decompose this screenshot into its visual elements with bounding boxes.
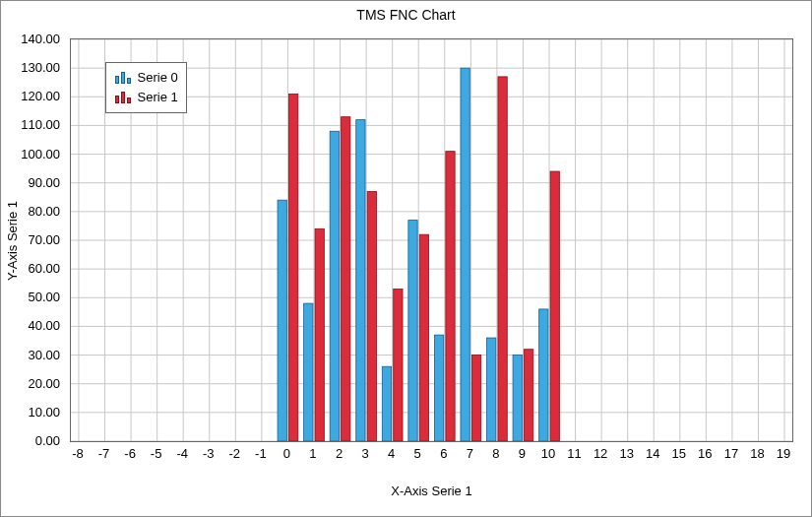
y-tick: 10.00 bbox=[28, 404, 60, 419]
y-tick: 70.00 bbox=[28, 232, 60, 247]
y-tick: 50.00 bbox=[28, 290, 60, 304]
bar-serie1-x6[interactable] bbox=[446, 152, 455, 441]
x-tick: 2 bbox=[336, 446, 343, 461]
bar-serie0-x3[interactable] bbox=[356, 120, 365, 441]
bar-serie0-x5[interactable] bbox=[408, 221, 417, 441]
bar-serie0-x6[interactable] bbox=[434, 335, 443, 441]
y-tick: 100.00 bbox=[21, 146, 60, 161]
bar-serie1-x3[interactable] bbox=[367, 191, 376, 441]
bar-icon bbox=[114, 72, 132, 84]
x-tick: 3 bbox=[361, 446, 368, 461]
x-tick: -4 bbox=[176, 446, 188, 461]
plot-area: Serie 0Serie 1 bbox=[70, 38, 793, 442]
x-tick: 16 bbox=[698, 446, 712, 461]
y-tick: 40.00 bbox=[28, 318, 60, 333]
bar-serie1-x4[interactable] bbox=[394, 290, 403, 441]
legend-item-serie0[interactable]: Serie 0 bbox=[114, 68, 178, 88]
x-tick: 12 bbox=[593, 446, 607, 461]
x-tick: -2 bbox=[229, 446, 241, 461]
y-tick: 60.00 bbox=[28, 261, 60, 276]
x-tick: 11 bbox=[567, 446, 581, 461]
x-tick: -6 bbox=[124, 446, 136, 461]
bar-serie0-x10[interactable] bbox=[539, 309, 548, 441]
chart-panel: TMS FNC Chart Y-Axis Serie 1 0.0010.0020… bbox=[0, 0, 812, 517]
chart-title: TMS FNC Chart bbox=[1, 7, 811, 23]
x-tick: 7 bbox=[467, 446, 473, 461]
x-tick: 14 bbox=[646, 446, 659, 461]
bar-serie1-x10[interactable] bbox=[550, 171, 559, 441]
bar-serie1-x8[interactable] bbox=[498, 77, 507, 441]
x-tick: -1 bbox=[255, 446, 267, 461]
x-tick: 6 bbox=[440, 446, 447, 461]
bar-serie1-x2[interactable] bbox=[342, 117, 350, 441]
bar-serie0-x9[interactable] bbox=[513, 355, 522, 441]
bar-serie1-x9[interactable] bbox=[525, 350, 533, 441]
y-tick: 80.00 bbox=[28, 203, 60, 218]
x-tick: 19 bbox=[777, 446, 790, 461]
x-axis-ticks: -8-7-6-5-4-3-2-1012345678910111213141516… bbox=[70, 446, 793, 468]
x-axis-label: X-Axis Serie 1 bbox=[70, 484, 793, 498]
bar-serie0-x1[interactable] bbox=[304, 303, 313, 441]
x-tick: 18 bbox=[750, 446, 764, 461]
x-tick: 0 bbox=[283, 446, 290, 461]
bar-serie1-x5[interactable] bbox=[419, 234, 428, 441]
x-tick: 13 bbox=[619, 446, 633, 461]
y-tick: 110.00 bbox=[21, 117, 60, 132]
x-tick: 9 bbox=[519, 446, 526, 461]
x-tick: 4 bbox=[388, 446, 395, 461]
legend: Serie 0Serie 1 bbox=[105, 62, 187, 113]
bar-serie0-x0[interactable] bbox=[278, 200, 286, 441]
x-tick: -3 bbox=[203, 446, 215, 461]
y-tick: 90.00 bbox=[28, 174, 60, 189]
legend-label: Serie 1 bbox=[138, 88, 178, 107]
bar-serie0-x2[interactable] bbox=[330, 131, 339, 441]
legend-label: Serie 0 bbox=[138, 68, 178, 88]
bar-serie1-x1[interactable] bbox=[315, 228, 324, 441]
y-tick: 20.00 bbox=[28, 375, 60, 390]
y-tick: 140.00 bbox=[21, 32, 60, 46]
y-tick: 130.00 bbox=[21, 60, 60, 75]
x-tick: 10 bbox=[541, 446, 555, 461]
x-tick: 17 bbox=[724, 446, 738, 461]
x-tick: 1 bbox=[309, 446, 316, 461]
x-tick: 15 bbox=[672, 446, 686, 461]
y-tick: 30.00 bbox=[28, 347, 60, 361]
x-tick: 8 bbox=[492, 446, 499, 461]
bar-serie1-x7[interactable] bbox=[471, 355, 480, 441]
y-tick: 120.00 bbox=[21, 89, 60, 103]
bar-serie0-x7[interactable] bbox=[461, 68, 469, 441]
x-tick: 5 bbox=[414, 446, 421, 461]
y-tick: 0.00 bbox=[35, 433, 60, 448]
bar-serie0-x4[interactable] bbox=[382, 366, 391, 441]
x-tick: -7 bbox=[98, 446, 110, 461]
bar-serie0-x8[interactable] bbox=[487, 338, 496, 441]
y-axis-ticks: 0.0010.0020.0030.0040.0050.0060.0070.008… bbox=[1, 38, 64, 442]
bar-serie1-x0[interactable] bbox=[288, 94, 297, 441]
legend-item-serie1[interactable]: Serie 1 bbox=[114, 88, 178, 107]
bar-icon bbox=[114, 92, 132, 103]
x-tick: -5 bbox=[151, 446, 162, 461]
x-tick: -8 bbox=[72, 446, 84, 461]
